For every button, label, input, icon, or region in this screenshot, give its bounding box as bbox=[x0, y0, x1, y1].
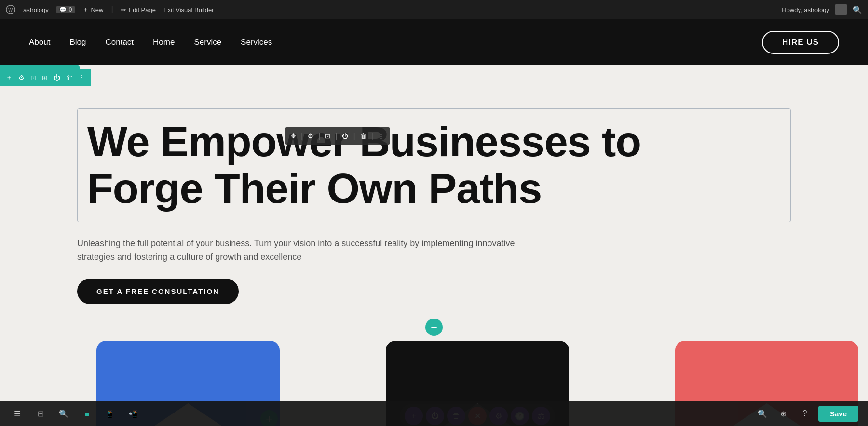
row-settings-icon[interactable]: ⚙ bbox=[18, 74, 25, 81]
module-move-icon[interactable]: ✥ bbox=[291, 133, 296, 140]
bottom-toolbar: ☰ ⊞ 🔍 🖥 📱 📲 🔍 ⊕ ? Save bbox=[0, 401, 868, 426]
tablet-view-icon[interactable]: 📱 bbox=[102, 406, 118, 421]
main-content: ＋ ⚙ ⊡ ⊞ ⏻ 🗑 ⋮ ✥ | ⚙ | ⊡ | ⏻ | 🗑 | ⋮ We E… bbox=[0, 65, 868, 426]
navigation-bar: About Blog Contact Home Service Services… bbox=[0, 19, 868, 65]
admin-search-icon[interactable]: 🔍 bbox=[853, 5, 862, 14]
bottom-left: ☰ ⊞ 🔍 🖥 📱 📲 bbox=[10, 406, 141, 421]
svg-text:W: W bbox=[8, 7, 13, 13]
module-toolbar: ✥ | ⚙ | ⊡ | ⏻ | 🗑 | ⋮ bbox=[285, 127, 390, 145]
nav-services[interactable]: Services bbox=[241, 38, 272, 47]
search-bottom-icon[interactable]: 🔍 bbox=[755, 406, 770, 421]
plus-icon: ＋ bbox=[429, 320, 439, 334]
edit-page-button[interactable]: ✏ Edit Page bbox=[121, 6, 156, 13]
nav-links: About Blog Contact Home Service Services bbox=[29, 38, 272, 47]
main-heading: We Empower Businesses to Forge Their Own… bbox=[87, 119, 781, 212]
hire-us-button[interactable]: HIRE US bbox=[762, 31, 839, 54]
exit-visual-builder-button[interactable]: Exit Visual Builder bbox=[163, 6, 214, 13]
hamburger-icon[interactable]: ☰ bbox=[10, 406, 25, 421]
module-duplicate-icon[interactable]: ⊡ bbox=[325, 133, 330, 140]
wordpress-logo[interactable]: W bbox=[6, 5, 15, 14]
site-name-link[interactable]: astrology bbox=[23, 6, 49, 13]
layers-icon[interactable]: ⊕ bbox=[776, 406, 791, 421]
nav-blog[interactable]: Blog bbox=[69, 38, 86, 47]
subtitle-text: Unleashing the full potential of your bu… bbox=[77, 237, 535, 265]
heading-container: ✥ | ⚙ | ⊡ | ⏻ | 🗑 | ⋮ We Empower Busines… bbox=[77, 108, 791, 222]
comments-count[interactable]: 💬 0 bbox=[56, 6, 75, 13]
nav-contact[interactable]: Contact bbox=[105, 38, 134, 47]
new-item-button[interactable]: ＋ New bbox=[82, 5, 103, 14]
nav-service[interactable]: Service bbox=[194, 38, 221, 47]
module-disable-icon[interactable]: ⏻ bbox=[342, 133, 348, 140]
nav-home[interactable]: Home bbox=[153, 38, 175, 47]
add-section-button[interactable]: ＋ bbox=[425, 319, 443, 336]
mobile-view-icon[interactable]: 📲 bbox=[125, 406, 141, 421]
save-button[interactable]: Save bbox=[818, 406, 858, 422]
row-add-icon[interactable]: ＋ bbox=[6, 73, 13, 82]
module-settings-icon[interactable]: ⚙ bbox=[308, 133, 313, 140]
divider: | bbox=[111, 5, 113, 14]
row-duplicate-icon[interactable]: ⊡ bbox=[30, 74, 36, 81]
search-icon[interactable]: 🔍 bbox=[56, 406, 71, 421]
row-more-icon[interactable]: ⋮ bbox=[79, 74, 85, 81]
row-disable-icon[interactable]: ⏻ bbox=[54, 74, 60, 81]
help-icon[interactable]: ? bbox=[797, 406, 813, 421]
howdy-text: Howdy, astrology bbox=[782, 6, 829, 13]
layout-grid-icon[interactable]: ⊞ bbox=[33, 406, 48, 421]
cta-button[interactable]: GET A FREE CONSULTATION bbox=[77, 279, 239, 304]
row-toolbar: ＋ ⚙ ⊡ ⊞ ⏻ 🗑 ⋮ bbox=[0, 69, 91, 86]
row-delete-icon[interactable]: 🗑 bbox=[66, 74, 73, 81]
row-columns-icon[interactable]: ⊞ bbox=[42, 74, 48, 81]
admin-bar: W astrology 💬 0 ＋ New | ✏ Edit Page Exit… bbox=[0, 0, 868, 19]
bottom-right: 🔍 ⊕ ? Save bbox=[755, 406, 858, 422]
desktop-view-icon[interactable]: 🖥 bbox=[79, 406, 95, 421]
module-delete-icon[interactable]: 🗑 bbox=[360, 133, 366, 140]
nav-about[interactable]: About bbox=[29, 38, 50, 47]
module-more-icon[interactable]: ⋮ bbox=[378, 133, 384, 140]
avatar bbox=[835, 4, 847, 15]
